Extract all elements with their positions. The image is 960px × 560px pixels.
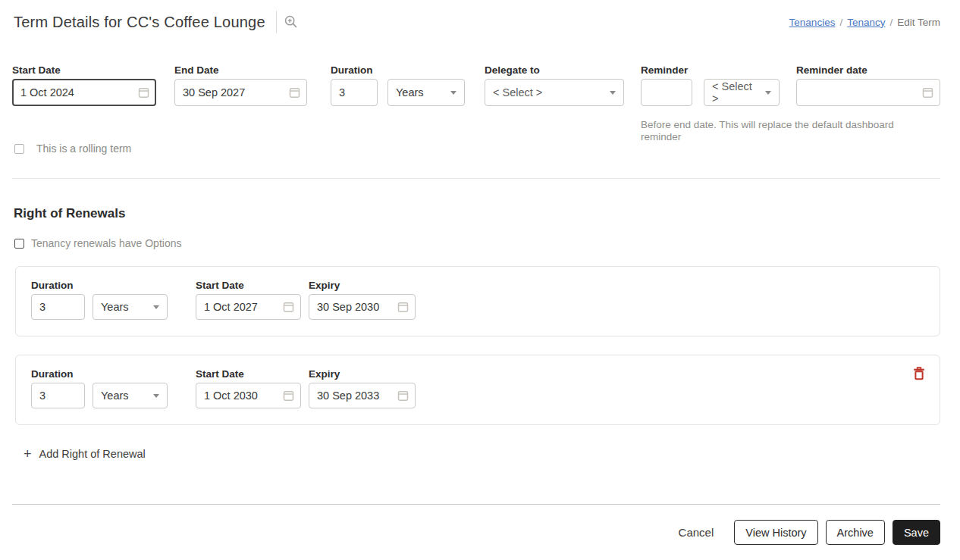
- breadcrumb-link-tenancy[interactable]: Tenancy: [847, 17, 885, 28]
- start-date-input[interactable]: [12, 79, 156, 106]
- plus-icon: +: [24, 449, 32, 459]
- page-header: Term Details for CC's Coffee Lounge Tena…: [12, 10, 940, 34]
- footer-actions: Cancel View History Archive Save: [12, 520, 940, 545]
- reminder-unit-select[interactable]: < Select >: [704, 79, 780, 106]
- duration-unit-value: Years: [396, 86, 424, 99]
- save-button[interactable]: Save: [893, 520, 940, 545]
- reminder-label: Reminder: [641, 64, 780, 76]
- add-right-of-renewal-button[interactable]: + Add Right of Renewal: [24, 448, 146, 460]
- renewal-2-duration-unit-select[interactable]: Years: [93, 383, 168, 408]
- breadcrumb-separator: /: [839, 17, 842, 28]
- duration-label: Duration: [331, 64, 465, 76]
- renewal-start-date-label: Start Date: [196, 280, 301, 291]
- renewal-start-date-label: Start Date: [196, 368, 301, 380]
- view-history-button[interactable]: View History: [734, 520, 817, 545]
- archive-button[interactable]: Archive: [826, 520, 885, 545]
- reminder-date-input[interactable]: [796, 79, 940, 106]
- renewal-options-checkbox-row[interactable]: Tenancy renewals have Options: [14, 237, 940, 249]
- cancel-button[interactable]: Cancel: [672, 520, 721, 545]
- renewal-1-duration-unit-select[interactable]: Years: [93, 294, 168, 320]
- reminder-unit-value: < Select >: [712, 80, 759, 105]
- renewal-2-expiry-input[interactable]: [309, 383, 416, 408]
- renewals-heading: Right of Renewals: [14, 206, 940, 221]
- delete-renewal-icon[interactable]: [911, 365, 927, 382]
- end-date-input[interactable]: [174, 79, 307, 106]
- reminder-input[interactable]: [641, 79, 692, 106]
- renewal-options-label: Tenancy renewals have Options: [31, 237, 181, 249]
- delegate-to-select[interactable]: < Select >: [485, 79, 624, 106]
- breadcrumb-separator: /: [889, 17, 893, 28]
- renewal-card-2: Duration Years Start Date: [15, 355, 940, 425]
- breadcrumb-link-tenancies[interactable]: Tenancies: [789, 17, 836, 28]
- rolling-term-checkbox-row[interactable]: This is a rolling term: [14, 142, 940, 155]
- duration-unit-select[interactable]: Years: [387, 79, 465, 106]
- reminder-help-text: Before end date. This will replace the d…: [641, 119, 908, 143]
- title-divider: [276, 11, 277, 33]
- start-date-label: Start Date: [12, 64, 156, 76]
- renewal-2-duration-unit-value: Years: [101, 389, 129, 402]
- renewal-1-duration-unit-value: Years: [101, 301, 129, 313]
- renewal-options-checkbox[interactable]: [14, 239, 24, 249]
- chevron-down-icon: [153, 394, 159, 398]
- term-form-row: Start Date End Date: [12, 64, 940, 106]
- duration-input[interactable]: [331, 79, 378, 106]
- reminder-date-label: Reminder date: [796, 64, 940, 76]
- breadcrumb-current: Edit Term: [897, 17, 940, 28]
- chevron-down-icon: [765, 91, 771, 95]
- section-divider: [12, 178, 940, 179]
- chevron-down-icon: [153, 305, 159, 309]
- renewal-2-duration-input[interactable]: [31, 383, 85, 408]
- renewal-duration-label: Duration: [31, 368, 168, 380]
- delegate-to-value: < Select >: [493, 86, 542, 99]
- renewal-1-start-date-input[interactable]: [196, 294, 301, 320]
- edit-term-page: Term Details for CC's Coffee Lounge Tena…: [0, 0, 960, 545]
- chevron-down-icon: [610, 91, 616, 95]
- delegate-to-label: Delegate to: [485, 64, 624, 76]
- zoom-in-icon[interactable]: [284, 14, 299, 30]
- renewal-1-expiry-input[interactable]: [309, 294, 416, 320]
- renewal-duration-label: Duration: [31, 280, 168, 291]
- renewal-expiry-label: Expiry: [309, 280, 416, 291]
- rolling-term-label: This is a rolling term: [36, 142, 131, 155]
- renewal-2-start-date-input[interactable]: [196, 383, 301, 408]
- end-date-label: End Date: [174, 64, 307, 76]
- page-title: Term Details for CC's Coffee Lounge: [14, 14, 265, 31]
- footer-divider: [12, 504, 940, 505]
- rolling-term-checkbox[interactable]: [14, 144, 24, 154]
- add-right-of-renewal-label: Add Right of Renewal: [39, 448, 146, 460]
- chevron-down-icon: [450, 91, 456, 95]
- breadcrumb: Tenancies / Tenancy / Edit Term: [789, 17, 940, 28]
- renewal-1-duration-input[interactable]: [31, 294, 85, 320]
- renewal-card-1: Duration Years Start Date: [15, 266, 940, 336]
- renewal-expiry-label: Expiry: [309, 368, 416, 380]
